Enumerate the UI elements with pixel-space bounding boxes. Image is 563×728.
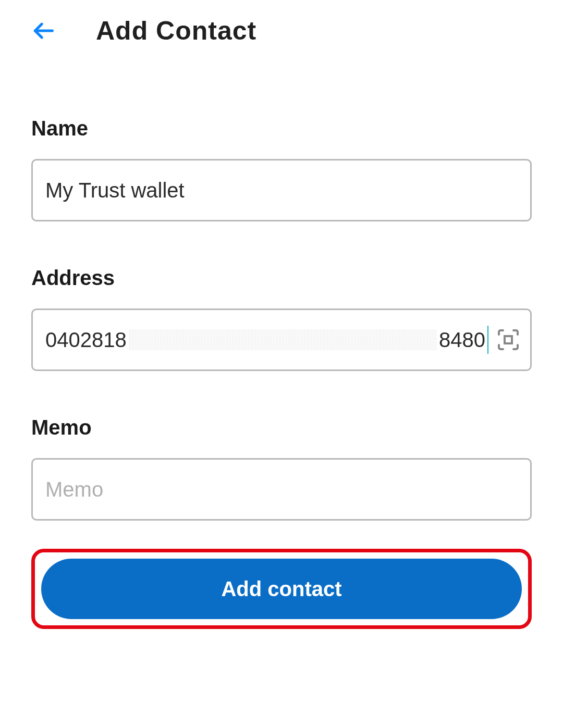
address-input[interactable]: 0402818 8480 [45, 310, 496, 369]
add-contact-button[interactable]: Add contact [41, 559, 522, 619]
back-arrow-icon[interactable] [31, 19, 54, 42]
address-group: Address 0402818 8480 [31, 266, 532, 371]
name-group: Name [31, 117, 532, 221]
svg-rect-1 [505, 336, 512, 343]
address-input-wrapper: 0402818 8480 [31, 309, 532, 371]
name-input[interactable] [45, 161, 518, 220]
page-title: Add Contact [96, 16, 256, 46]
address-label: Address [31, 266, 532, 290]
scan-qr-icon[interactable] [496, 327, 521, 352]
text-cursor [487, 326, 488, 354]
button-highlight-box: Add contact [31, 549, 532, 629]
header: Add Contact [31, 0, 532, 72]
address-suffix: 8480 [439, 328, 485, 352]
memo-input-wrapper [31, 458, 532, 521]
add-contact-screen: Add Contact Name Address 0402818 8480 [0, 0, 563, 629]
address-prefix: 0402818 [45, 328, 127, 352]
name-label: Name [31, 117, 532, 140]
memo-input[interactable] [45, 460, 518, 519]
memo-label: Memo [31, 416, 532, 439]
name-input-wrapper [31, 159, 532, 221]
memo-group: Memo [31, 416, 532, 521]
address-redacted [129, 329, 437, 350]
